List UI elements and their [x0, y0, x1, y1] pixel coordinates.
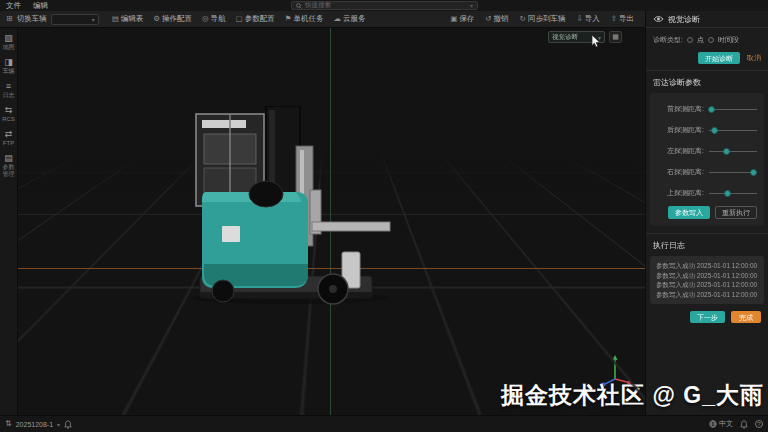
- rcs-link-icon: ⇆: [5, 106, 13, 115]
- ftp-transfer-icon: ⇄: [5, 130, 13, 139]
- language-label: 中文: [719, 419, 733, 429]
- slider-rear-distance: 后探测距离:: [657, 122, 757, 138]
- toolbar-btn-cloud-service[interactable]: ☁ 云服务: [330, 14, 368, 24]
- import-icon: ⇩: [576, 15, 582, 23]
- save-icon: ▣: [450, 15, 457, 23]
- diagnosis-type-label: 诊断类型:: [653, 35, 683, 45]
- viewport-grid-button[interactable]: ▦: [609, 31, 622, 43]
- grid-icon: ▦: [612, 33, 619, 41]
- toolbar-btn-param-config[interactable]: ▢ 参数配置: [233, 14, 278, 24]
- sidebar-item-vehicle[interactable]: ◨ 车辆: [0, 58, 18, 75]
- task-flag-icon: ⚑: [285, 15, 292, 23]
- slider-handle[interactable]: [723, 148, 730, 155]
- titlebar: 文件 编辑 快捷搜索 ▾: [0, 0, 768, 11]
- search-icon: [296, 3, 302, 9]
- viewport-3d[interactable]: 视觉诊断 ▾ ▦: [18, 28, 645, 415]
- toolbar-btn-single-task[interactable]: ⚑ 单机任务: [282, 14, 327, 24]
- import-button[interactable]: ⇩ 导入: [573, 14, 602, 24]
- toolbar-btn-navigation[interactable]: ◎ 导航: [199, 14, 229, 24]
- param-manage-icon: ▤: [4, 154, 13, 163]
- sidebar-item-map[interactable]: ▧ 地图: [0, 34, 18, 51]
- panel-header: 视觉诊断: [646, 11, 768, 28]
- rerun-button[interactable]: 重新执行: [715, 206, 757, 219]
- diagnosis-type-section: 诊断类型: 点 时间段 开始诊断 取消: [646, 28, 768, 71]
- vehicle-editor-app: 文件 编辑 快捷搜索 ▾ ⊞ 切换车辆 ▾ ▤ 编辑表 ⚙ 操作配置 ◎ 导航 …: [0, 0, 768, 432]
- execution-log-box[interactable]: 参数写入成功 2025-01-01 12:00:00 参数写入成功 2025-0…: [650, 256, 764, 304]
- log-entry: 参数写入成功 2025-01-01 12:00:00: [656, 290, 758, 300]
- sidebar: ▧ 地图 ◨ 车辆 ≡ 日志 ⇆ RCS ⇄ FTP ▤ 参数管理: [0, 28, 18, 415]
- notification-icon[interactable]: [64, 420, 72, 429]
- finish-button[interactable]: 完成: [731, 311, 761, 323]
- slider-handle[interactable]: [708, 106, 715, 113]
- radio-point[interactable]: [687, 37, 693, 43]
- start-diagnosis-button[interactable]: 开始诊断: [698, 52, 740, 64]
- slider-left-distance: 左探测距离:: [657, 143, 757, 159]
- log-entry: 参数写入成功 2025-01-01 12:00:00: [656, 271, 758, 281]
- menu-edit[interactable]: 编辑: [27, 1, 54, 11]
- slider-handle[interactable]: [750, 169, 757, 176]
- radar-params-card: 前探测距离: 后探测距离: 左探测距离: 右探测距离: 上探测距离:: [650, 93, 764, 226]
- viewport-overlay-controls: 视觉诊断 ▾ ▦: [548, 31, 622, 43]
- radio-point-label: 点: [697, 35, 704, 45]
- toolbar-btn-edit-table[interactable]: ▤ 编辑表: [109, 14, 147, 24]
- bell-icon[interactable]: [740, 420, 748, 429]
- navigate-icon: ◎: [202, 15, 209, 23]
- sync-icon: ↻: [520, 15, 526, 23]
- switch-vehicle-label: 切换车辆: [17, 14, 47, 24]
- chevron-down-icon: ▾: [470, 2, 473, 9]
- search-input[interactable]: 快捷搜索 ▾: [291, 1, 478, 10]
- vehicle-select[interactable]: ▾: [51, 14, 99, 25]
- param-file-icon: ▢: [236, 15, 243, 23]
- radar-params-section: 雷达诊断参数 前探测距离: 后探测距离: 左探测距离: 右探测距离:: [646, 71, 768, 234]
- version-text: 20251208-1: [16, 421, 53, 428]
- toolbar-btn-operation-config[interactable]: ⚙ 操作配置: [150, 14, 195, 24]
- grid-view-icon[interactable]: ⊞: [6, 15, 13, 23]
- execution-log-title: 执行日志: [653, 240, 761, 251]
- undo-button[interactable]: ↺ 撤销: [482, 14, 511, 24]
- radio-time-range-label: 时间段: [718, 35, 739, 45]
- sidebar-item-log[interactable]: ≡ 日志: [0, 82, 18, 99]
- save-button[interactable]: ▣ 保存: [447, 14, 477, 24]
- map-icon: ▧: [4, 34, 13, 43]
- cancel-link[interactable]: 取消: [747, 53, 761, 63]
- statusbar: ⇅ 20251208-1 ▾ 中文 ?: [0, 415, 768, 432]
- forklift-model[interactable]: [190, 106, 400, 306]
- undo-icon: ↺: [485, 15, 491, 23]
- cloud-icon: ☁: [333, 15, 341, 23]
- slider-handle[interactable]: [724, 190, 731, 197]
- write-params-button[interactable]: 参数写入: [668, 206, 710, 219]
- vehicle-icon: ◨: [4, 58, 13, 67]
- sidebar-item-ftp[interactable]: ⇄ FTP: [0, 130, 18, 147]
- chevron-down-icon: ▾: [92, 16, 95, 23]
- export-button[interactable]: ⇧ 导出: [608, 14, 637, 24]
- gear-icon: ⚙: [153, 15, 160, 23]
- globe-icon: [709, 420, 717, 428]
- next-step-button[interactable]: 下一步: [690, 311, 725, 323]
- slider-up-distance: 上探测距离:: [657, 185, 757, 201]
- axis-gizmo[interactable]: [599, 353, 631, 387]
- version-swap-icon[interactable]: ⇅: [5, 420, 12, 428]
- export-icon: ⇧: [611, 15, 617, 23]
- log-entry: 参数写入成功 2025-01-01 12:00:00: [656, 280, 758, 290]
- sidebar-item-param-manage[interactable]: ▤ 参数管理: [0, 154, 18, 178]
- language-switcher[interactable]: 中文: [709, 419, 733, 429]
- slider-front-distance: 前探测距离:: [657, 101, 757, 117]
- toolbar-right-group: ▣ 保存 ↺ 撤销 ↻ 同步到车辆 ⇩ 导入 ⇧ 导出: [447, 14, 639, 24]
- table-icon: ▤: [112, 15, 119, 23]
- visual-diagnosis-panel: 视觉诊断 诊断类型: 点 时间段 开始诊断 取消 雷达诊断参数 前探测距离:: [645, 11, 768, 415]
- log-entry: 参数写入成功 2025-01-01 12:00:00: [656, 261, 758, 271]
- diagnosis-mode-value: 视觉诊断: [552, 33, 596, 42]
- log-database-icon: ≡: [6, 82, 11, 91]
- radar-params-title: 雷达诊断参数: [653, 77, 761, 88]
- execution-log-section: 执行日志 参数写入成功 2025-01-01 12:00:00 参数写入成功 2…: [646, 234, 768, 329]
- chevron-down-icon[interactable]: ▾: [57, 421, 60, 428]
- sync-to-vehicle-button[interactable]: ↻ 同步到车辆: [517, 14, 569, 24]
- radio-time-range[interactable]: [708, 37, 714, 43]
- sidebar-item-rcs[interactable]: ⇆ RCS: [0, 106, 18, 123]
- mouse-cursor: [591, 35, 601, 48]
- menu-file[interactable]: 文件: [0, 1, 27, 11]
- eye-icon: [653, 15, 664, 23]
- help-icon[interactable]: ?: [755, 420, 763, 428]
- slider-handle[interactable]: [711, 127, 718, 134]
- slider-right-distance: 右探测距离:: [657, 164, 757, 180]
